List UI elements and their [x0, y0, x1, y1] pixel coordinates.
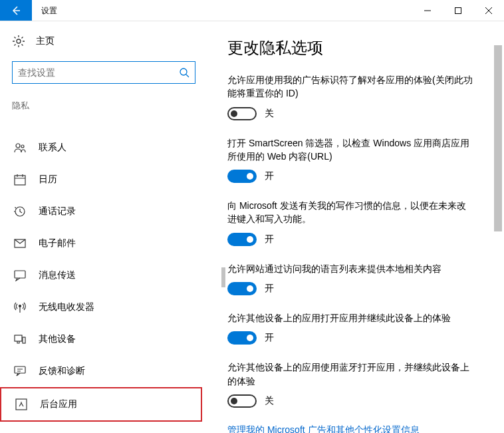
- setting-5: 允许其他设备上的应用使用蓝牙打开应用，并继续此设备上的体验关: [227, 361, 473, 408]
- toggle-switch[interactable]: [227, 233, 257, 246]
- maximize-button[interactable]: [443, 0, 473, 21]
- toggle-state-label: 关: [265, 395, 274, 407]
- setting-desc: 打开 SmartScreen 筛选器，以检查 Windows 应用商店应用所使用…: [227, 136, 473, 164]
- minimize-icon: [424, 7, 431, 14]
- home-link[interactable]: 主页: [12, 35, 195, 48]
- setting-4: 允许其他设备上的应用打开应用并继续此设备上的体验开: [227, 311, 473, 345]
- setting-desc: 允许网站通过访问我的语言列表来提供本地相关内容: [227, 262, 473, 275]
- gear-icon: [12, 35, 25, 48]
- sidebar-item-contacts[interactable]: 联系人: [12, 132, 195, 164]
- setting-desc: 允许其他设备上的应用打开应用并继续此设备上的体验: [227, 311, 473, 325]
- setting-3: 允许网站通过访问我的语言列表来提供本地相关内容开: [227, 262, 473, 295]
- antenna-icon: [14, 301, 26, 313]
- vertical-scrollbar[interactable]: [493, 43, 503, 433]
- close-button[interactable]: [473, 0, 504, 21]
- svg-point-2: [180, 69, 187, 75]
- titlebar: 设置: [0, 0, 504, 21]
- sidebar-item-label: 无线电收发器: [39, 301, 94, 313]
- svg-point-4: [21, 145, 24, 148]
- search-input[interactable]: [18, 67, 179, 78]
- sidebar-item-otherdevices[interactable]: 其他设备: [12, 323, 195, 355]
- devices-icon: [14, 333, 26, 345]
- toggle-state-label: 开: [265, 170, 274, 182]
- svg-rect-5: [15, 176, 25, 185]
- mail-icon: [14, 237, 26, 249]
- sidebar-item-label: 后台应用: [40, 398, 77, 410]
- setting-desc: 允许应用使用我的广告标识符了解对各应用的体验(关闭此功能将重置你的 ID): [227, 73, 473, 100]
- maximize-icon: [455, 7, 461, 14]
- svg-point-1: [17, 39, 21, 43]
- section-label: 隐私: [12, 100, 195, 112]
- sidebar-item-label: 消息传送: [39, 269, 76, 281]
- setting-1: 打开 SmartScreen 筛选器，以检查 Windows 应用商店应用所使用…: [227, 136, 473, 184]
- setting-desc: 向 Microsoft 发送有关我的写作习惯的信息，以便在未来改进键入和写入功能…: [227, 199, 473, 226]
- nav-list: 联系人 日历 通话记录 电子邮件 消息传送 无线电收发器: [12, 132, 195, 422]
- sidebar-item-label: 电子邮件: [39, 237, 76, 249]
- setting-2: 向 Microsoft 发送有关我的写作习惯的信息，以便在未来改进键入和写入功能…: [227, 199, 473, 246]
- search-icon: [179, 67, 189, 78]
- sidebar-item-feedback[interactable]: 反馈和诊断: [12, 355, 195, 387]
- manage-ads-link[interactable]: 管理我的 Microsoft 广告和其他个性化设置信息: [227, 424, 420, 433]
- sidebar-item-label: 联系人: [39, 142, 66, 154]
- arrow-left-icon: [11, 5, 21, 16]
- sidebar-item-label: 日历: [39, 174, 57, 186]
- svg-rect-12: [15, 366, 25, 373]
- toggle-switch[interactable]: [227, 331, 257, 345]
- history-icon: [14, 206, 26, 217]
- svg-point-3: [16, 144, 20, 148]
- sidebar: 主页 隐私 联系人 日历 通话记录 电子邮件: [0, 21, 207, 433]
- window-title: 设置: [32, 0, 66, 21]
- toggle-switch[interactable]: [227, 394, 257, 408]
- toggle-state-label: 开: [265, 233, 274, 245]
- people-icon: [14, 142, 26, 154]
- toggle-switch[interactable]: [227, 170, 257, 183]
- sidebar-item-email[interactable]: 电子邮件: [12, 227, 195, 259]
- chat-icon: [14, 269, 26, 281]
- content-pane: 更改隐私选项 允许应用使用我的广告标识符了解对各应用的体验(关闭此功能将重置你的…: [207, 21, 504, 433]
- apps-icon: [15, 398, 27, 410]
- toggle-switch[interactable]: [227, 282, 257, 295]
- manage-ads-link-row: 管理我的 Microsoft 广告和其他个性化设置信息: [227, 424, 497, 433]
- feedback-icon: [14, 365, 26, 377]
- page-heading: 更改隐私选项: [227, 37, 497, 59]
- svg-rect-10: [15, 335, 22, 341]
- sidebar-item-messaging[interactable]: 消息传送: [12, 259, 195, 291]
- calendar-icon: [14, 174, 26, 186]
- search-box[interactable]: [12, 61, 195, 84]
- sidebar-item-label: 通话记录: [39, 206, 76, 217]
- setting-0: 允许应用使用我的广告标识符了解对各应用的体验(关闭此功能将重置你的 ID)关: [227, 73, 473, 120]
- home-label: 主页: [36, 35, 55, 47]
- svg-rect-13: [16, 399, 27, 410]
- toggle-switch[interactable]: [227, 107, 257, 120]
- close-icon: [485, 7, 492, 14]
- toggle-state-label: 开: [265, 283, 274, 295]
- sidebar-item-backgroundapps[interactable]: 后台应用: [0, 387, 202, 422]
- window-controls: [412, 0, 504, 21]
- sidebar-item-callhistory[interactable]: 通话记录: [12, 196, 195, 227]
- back-button[interactable]: [0, 0, 32, 21]
- toggle-state-label: 关: [265, 108, 274, 120]
- svg-rect-0: [455, 7, 461, 13]
- setting-desc: 允许其他设备上的应用使用蓝牙打开应用，并继续此设备上的体验: [227, 361, 473, 388]
- sidebar-item-label: 反馈和诊断: [39, 365, 85, 377]
- sidebar-item-label: 其他设备: [39, 333, 76, 345]
- sidebar-item-calendar[interactable]: 日历: [12, 164, 195, 196]
- svg-rect-11: [23, 337, 25, 343]
- svg-point-9: [19, 305, 21, 307]
- scrollbar-thumb[interactable]: [494, 45, 502, 231]
- sidebar-item-radios[interactable]: 无线电收发器: [12, 291, 195, 323]
- svg-rect-8: [15, 271, 25, 278]
- minimize-button[interactable]: [412, 0, 443, 21]
- toggle-state-label: 开: [265, 332, 274, 344]
